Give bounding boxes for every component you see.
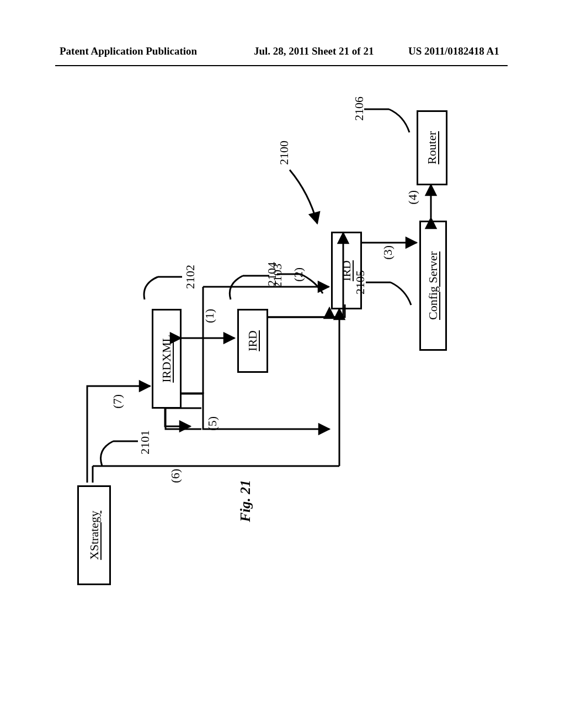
router-label: Router [425,131,439,164]
ref-2104: 2104 [265,262,279,286]
xstrategy-label: XStrategy [87,511,102,560]
edge-6: (6) [168,469,183,483]
page: Patent Application Publication Jul. 28, … [0,0,565,728]
ref-2100: 2100 [277,141,291,165]
box-router: Router [417,110,447,185]
edge-4: (4) [406,190,420,205]
ref-2102: 2102 [183,265,198,289]
header-docno: US 2011/0182418 A1 [408,45,499,57]
header-rule [55,65,508,66]
figure-caption: Fig. 21 [237,480,254,522]
box-ird-a: IRD [237,309,268,373]
page-header: Patent Application Publication Jul. 28, … [0,45,565,62]
edge-2: (2) [291,267,306,282]
ref-2106: 2106 [352,97,366,121]
diagram-arrows [0,0,565,728]
edge-5: (5) [205,416,220,431]
ref-2101: 2101 [138,430,152,454]
ird-a-label: IRD [246,330,260,351]
irdxml-label: IRDXML [159,335,174,383]
edge-3: (3) [381,245,395,260]
edge-1: (1) [202,309,217,323]
config-server-label: Config Server [426,251,440,320]
box-config-server: Config Server [419,221,447,351]
edge-7: (7) [110,394,125,409]
header-pub: Patent Application Publication [60,45,197,57]
ird-b-label: IRD [339,260,354,281]
box-irdxml: IRDXML [152,309,182,409]
ref-2105: 2105 [353,270,367,295]
header-sheet: Jul. 28, 2011 Sheet 21 of 21 [254,45,374,57]
box-xstrategy: XStrategy [77,485,111,585]
